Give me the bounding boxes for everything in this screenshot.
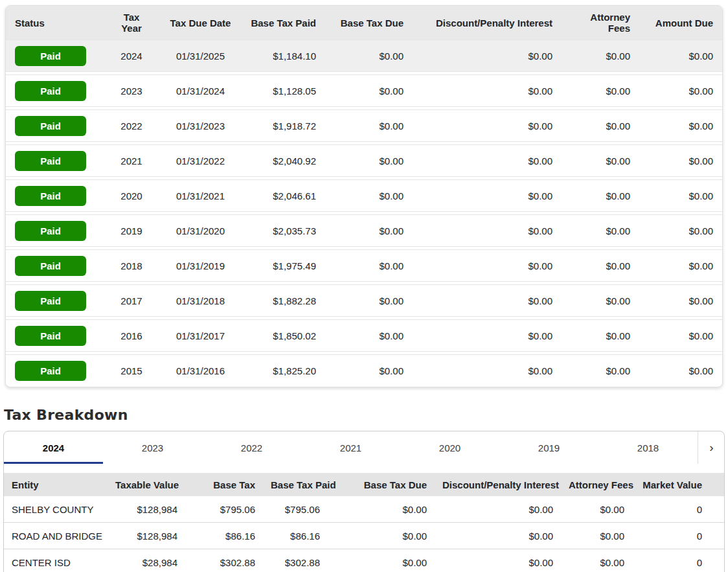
cell-amount-due: $0.00 [639, 153, 722, 169]
tabs-scroll-next-button[interactable]: › [698, 431, 725, 464]
paid-status-button[interactable]: Paid [15, 221, 86, 241]
column-header: Base Tax [185, 474, 263, 496]
cell-attorney-fees: $0.00 [561, 555, 632, 571]
breakdown-year-tab[interactable]: 2024 [4, 431, 103, 464]
cell-base-tax-due: $0.00 [325, 258, 413, 274]
cell-tax-year: 2022 [103, 118, 160, 134]
cell-base-tax-paid: $2,035.73 [241, 223, 325, 239]
cell-base-tax-due: $0.00 [325, 153, 413, 169]
cell-attorney-fees: $0.00 [562, 83, 639, 99]
cell-tax-year: 2016 [103, 328, 160, 344]
table-row: Paid 2019 01/31/2020 $2,035.73 $0.00 $0.… [6, 214, 722, 247]
column-header: Attorney Fees [562, 6, 639, 40]
cell-entity: ROAD AND BRIDGE [4, 528, 108, 544]
cell-taxable-value: $28,984 [108, 555, 185, 571]
cell-discount-penalty-interest: $0.00 [413, 293, 562, 309]
cell-status: Paid [6, 358, 103, 383]
breakdown-year-tab[interactable]: 2019 [499, 431, 598, 464]
cell-amount-due: $0.00 [639, 293, 722, 309]
cell-status: Paid [6, 43, 103, 69]
cell-status: Paid [6, 323, 103, 349]
cell-base-tax-paid: $1,128.05 [241, 83, 325, 99]
breakdown-year-tab[interactable]: 2021 [301, 431, 400, 464]
cell-amount-due: $0.00 [639, 328, 722, 344]
table-row: Paid 2017 01/31/2018 $1,882.28 $0.00 $0.… [6, 284, 722, 317]
cell-base-tax-paid: $795.06 [263, 501, 328, 518]
cell-discount-penalty-interest: $0.00 [413, 223, 562, 239]
cell-status: Paid [6, 288, 103, 314]
tax-breakdown-panel: 2024202320222021202020192018 › EntityTax… [3, 431, 725, 572]
cell-tax-due-date: 01/31/2017 [160, 328, 241, 344]
cell-base-tax: $302.88 [185, 555, 263, 571]
table-row: Paid 2023 01/31/2024 $1,128.05 $0.00 $0.… [6, 74, 722, 107]
cell-base-tax-due: $0.00 [325, 118, 413, 134]
table-row: Paid 2020 01/31/2021 $2,046.61 $0.00 $0.… [6, 179, 722, 212]
table-row: CENTER ISD $28,984 $302.88 $302.88 $0.00… [4, 549, 724, 572]
cell-base-tax-paid: $302.88 [263, 555, 328, 571]
cell-amount-due [710, 533, 725, 538]
cell-base-tax-due: $0.00 [328, 528, 435, 544]
cell-attorney-fees: $0.00 [562, 118, 639, 134]
cell-tax-due-date: 01/31/2016 [160, 363, 241, 379]
table-row: Paid 2021 01/31/2022 $2,040.92 $0.00 $0.… [6, 144, 722, 177]
cell-base-tax-paid: $1,918.72 [241, 118, 325, 134]
cell-base-tax-paid: $1,184.10 [241, 48, 325, 64]
breakdown-year-tab[interactable]: 2020 [400, 431, 499, 464]
cell-status: Paid [6, 78, 103, 104]
breakdown-year-tab[interactable]: 2022 [202, 431, 301, 464]
column-header: Amount Due [710, 474, 725, 496]
column-header: Base Tax Paid [263, 474, 328, 496]
breakdown-year-tab[interactable]: 2018 [598, 431, 698, 464]
cell-base-tax-due: $0.00 [328, 555, 435, 571]
cell-base-tax-due: $0.00 [325, 48, 413, 64]
cell-attorney-fees: $0.00 [562, 293, 639, 309]
chevron-right-icon: › [709, 440, 713, 455]
cell-base-tax: $86.16 [185, 528, 263, 544]
cell-status: Paid [6, 113, 103, 139]
cell-tax-due-date: 01/31/2020 [160, 223, 241, 239]
column-header: Discount/Penalty Interest [435, 474, 561, 496]
cell-amount-due: $0.00 [639, 83, 722, 99]
cell-tax-year: 2019 [103, 223, 160, 239]
cell-base-tax-due: $0.00 [325, 363, 413, 379]
breakdown-header-row: EntityTaxable ValueBase TaxBase Tax Paid… [4, 473, 724, 496]
cell-amount-due: $0.00 [639, 363, 722, 379]
cell-taxable-value: $128,984 [108, 528, 185, 544]
cell-market-value: 0 [632, 528, 710, 544]
cell-status: Paid [6, 183, 103, 209]
cell-attorney-fees: $0.00 [561, 528, 632, 544]
paid-status-button[interactable]: Paid [15, 116, 86, 136]
payment-history-header-row: StatusTax YearTax Due DateBase Tax PaidB… [6, 6, 722, 40]
cell-attorney-fees: $0.00 [562, 48, 639, 64]
cell-market-value: 0 [632, 501, 710, 518]
breakdown-rows: SHELBY COUNTY $128,984 $795.06 $795.06 $… [4, 496, 724, 572]
column-header: Base Tax Paid [241, 12, 325, 34]
cell-tax-due-date: 01/31/2022 [160, 153, 241, 169]
column-header: Attorney Fees [561, 474, 632, 496]
cell-tax-year: 2024 [103, 48, 160, 64]
cell-tax-due-date: 01/31/2021 [160, 188, 241, 204]
paid-status-button[interactable]: Paid [15, 291, 86, 311]
cell-entity: SHELBY COUNTY [4, 501, 108, 518]
cell-amount-due: $0.00 [639, 258, 722, 274]
cell-base-tax-due: $0.00 [325, 83, 413, 99]
paid-status-button[interactable]: Paid [15, 81, 86, 101]
breakdown-year-tab[interactable]: 2023 [103, 431, 202, 464]
cell-base-tax-paid: $1,882.28 [241, 293, 325, 309]
paid-status-button[interactable]: Paid [15, 361, 86, 381]
column-header: Status [6, 12, 103, 34]
column-header: Tax Year [103, 6, 160, 40]
paid-status-button[interactable]: Paid [15, 256, 86, 276]
cell-amount-due: $0.00 [639, 118, 722, 134]
column-header: Discount/Penalty Interest [413, 12, 562, 34]
cell-base-tax-due: $0.00 [325, 223, 413, 239]
paid-status-button[interactable]: Paid [15, 151, 86, 171]
paid-status-button[interactable]: Paid [15, 46, 86, 66]
cell-amount-due: $0.00 [639, 223, 722, 239]
cell-tax-due-date: 01/31/2025 [160, 48, 241, 64]
paid-status-button[interactable]: Paid [15, 326, 86, 346]
cell-base-tax: $795.06 [185, 501, 263, 518]
paid-status-button[interactable]: Paid [15, 186, 86, 206]
cell-discount-penalty-interest: $0.00 [413, 48, 562, 64]
cell-discount-penalty-interest: $0.00 [413, 258, 562, 274]
